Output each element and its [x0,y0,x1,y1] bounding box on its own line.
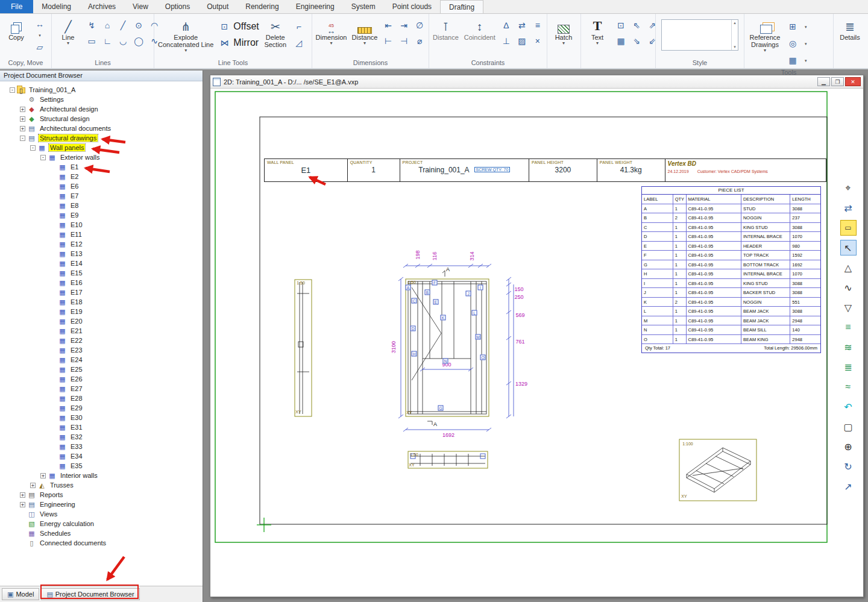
chamfer-corner-icon[interactable]: ◿ [292,36,306,50]
restore-button[interactable]: ❐ [831,77,844,86]
tree-toggle-icon[interactable]: - [30,145,36,151]
tree-item-e33[interactable]: ▦E33 [0,442,203,451]
tree-item-reports[interactable]: +▤Reports [0,490,203,500]
tree-item-e2[interactable]: ▦E2 [0,172,203,181]
tree-item-e25[interactable]: ▦E25 [0,365,203,374]
tree-item-energy-calculation[interactable]: ▧Energy calculation [0,519,203,528]
tree-item-e16[interactable]: ▦E16 [0,278,203,287]
minimize-button[interactable]: ▁ [817,77,830,86]
ordinate-dim-icon[interactable]: ⊣ [397,34,411,48]
linear-dim-icon[interactable]: ⇤ [381,18,395,33]
tree-item-e29[interactable]: ▦E29 [0,403,203,413]
curve-tool-icon[interactable]: ∿ [840,280,857,295]
tree-item-e9[interactable]: ▦E9 [0,210,203,220]
scroll-up-icon[interactable]: ▴ [734,20,736,25]
sketch-line-icon[interactable]: ╱ [116,18,130,33]
tree-item-e32[interactable]: ▦E32 [0,432,203,442]
menu-tab-view[interactable]: View [124,0,157,13]
style-selector[interactable]: ▴ ▾ [661,19,738,51]
tree-item-e35[interactable]: ▦E35 [0,461,203,471]
pin-tool-icon[interactable]: ⌖ [840,180,857,196]
tree-toggle-icon[interactable]: - [10,87,15,93]
hatch-button[interactable]: Hatch ▾ [549,16,578,59]
menu-tab-modeling[interactable]: Modeling [33,0,80,13]
tree-item-connected-documents[interactable]: ▯Connected documents [0,538,203,548]
baseline-dim-icon[interactable]: ⊢ [381,34,395,48]
zigzag-line-icon[interactable]: ↯ [84,18,99,33]
tree-item-exterior-walls[interactable]: -▦Exterior walls [0,152,203,162]
distance-button[interactable]: Distance ▾ [350,16,379,59]
mirror-button[interactable]: ⋈ Mirror [217,36,259,50]
tree-item-schedules[interactable]: ▦Schedules [0,528,203,538]
equal-constraint-icon[interactable]: ≡ [530,18,545,33]
drawing-window-titlebar[interactable]: 2D: Training_001_A - D:/... /se/SE_E1@A.… [210,75,863,89]
tree-item-e21[interactable]: ▦E21 [0,326,203,336]
perpendicular-constraint-icon[interactable]: ⊥ [499,34,514,48]
fillet-corner-icon[interactable]: ⌐ [292,19,306,34]
menu-tab-system[interactable]: System [343,0,384,13]
tree-item-e19[interactable]: ▦E19 [0,307,203,316]
tree-item-trusses[interactable]: +◭Trusses [0,480,203,490]
zoom-edit-icon[interactable]: ◎ [785,36,800,51]
fix-constraint-icon[interactable]: ▨ [515,34,529,48]
arc-tangent-icon[interactable]: ◡ [116,34,130,48]
reference-drawings-button[interactable]: Reference Drawings ▾ [746,16,784,59]
dimension-button[interactable]: 45 ↔ Dimension ▾ [314,16,348,59]
export-view-tool-icon[interactable]: ↗ [840,478,857,494]
text-leader-down-icon[interactable]: ⇘ [629,34,644,48]
select-tool-icon[interactable]: ↖ [840,240,857,256]
text-table-icon[interactable]: ▦ [614,34,628,48]
tree-item-e22[interactable]: ▦E22 [0,336,203,345]
distance-constraint-button[interactable]: ⊺ Distance [431,16,461,59]
measure-tool-icon[interactable]: ▭ [840,220,857,236]
scroll-down-icon[interactable]: ▾ [734,45,736,49]
tree-item-e8[interactable]: ▦E8 [0,201,203,210]
tree-item-engineering[interactable]: +▤Engineering [0,500,203,509]
tree-item-settings[interactable]: ⚙Settings [0,95,203,104]
radius-dim-icon[interactable]: ⌀ [412,34,427,48]
tree-item-structural-design[interactable]: +◆Structural design [0,114,203,124]
menu-tab-point-clouds[interactable]: Point clouds [384,0,440,13]
tree-item-wall-panels[interactable]: -▦Wall panels [0,143,203,152]
hatch-lines-tool-icon[interactable]: ≡ [840,319,857,335]
circle-center-icon[interactable]: ⊙ [131,18,146,33]
tree-toggle-icon[interactable]: + [20,492,25,498]
tree-item-e10[interactable]: ▦E10 [0,220,203,230]
tree-item-e26[interactable]: ▦E26 [0,374,203,384]
polyline-icon[interactable]: ∟ [100,34,115,48]
text-button[interactable]: T Text ▾ [583,16,612,59]
tree-item-e24[interactable]: ▦E24 [0,355,203,365]
tree-toggle-icon[interactable]: + [20,126,25,131]
drawing-canvas[interactable]: WALL PANEL E1 QUANTITY 1 PROJECT Trainin… [210,89,863,597]
menu-tab-options[interactable]: Options [157,0,198,13]
close-button[interactable]: ✕ [845,77,861,86]
panel-tab-project-document-browser[interactable]: ▤Project Document Browser [41,588,139,600]
tree-toggle-icon[interactable]: - [40,155,46,160]
tree-item-e31[interactable]: ▦E31 [0,422,203,432]
drawing-grid-icon[interactable]: ⊞ [785,19,800,34]
tree-item-e28[interactable]: ▦E28 [0,393,203,403]
tree-item-e23[interactable]: ▦E23 [0,345,203,355]
detail-table-icon[interactable]: ▦ [785,53,800,67]
polygon-icon[interactable]: ⌂ [100,18,115,33]
tree-item-structural-drawings[interactable]: -▤Structural drawings [0,133,203,143]
tree-item-e14[interactable]: ▦E14 [0,259,203,268]
ellipse-icon[interactable]: ◯ [131,34,146,48]
tree-item-interior-walls[interactable]: +▦Interior walls [0,471,203,480]
tree-item-architectural-documents[interactable]: +▤Architectural documents [0,124,203,133]
menu-tab-file[interactable]: File [0,0,33,13]
tree-item-e11[interactable]: ▦E11 [0,230,203,239]
style-scrollbar[interactable]: ▴ ▾ [731,20,738,50]
tree-item-e30[interactable]: ▦E30 [0,413,203,422]
menu-tab-archives[interactable]: Archives [80,0,124,13]
angle-constraint-icon[interactable]: ∆ [499,18,514,33]
zoom-in-tool-icon[interactable]: ⊕ [840,439,857,454]
hatch-light-tool-icon[interactable]: ≈ [840,379,857,395]
parallel-constraint-icon[interactable]: ⇄ [515,18,529,33]
triangle-tool-icon[interactable]: △ [840,260,857,275]
hatch-waves-tool-icon[interactable]: ≋ [840,339,857,355]
flip-tool-icon[interactable]: ⇄ [840,200,857,216]
menu-tab-rendering[interactable]: Rendering [237,0,287,13]
tree-item-training-001-a[interactable]: -▯Training_001_A [0,85,203,95]
hatch-dense-tool-icon[interactable]: ≣ [840,359,857,375]
